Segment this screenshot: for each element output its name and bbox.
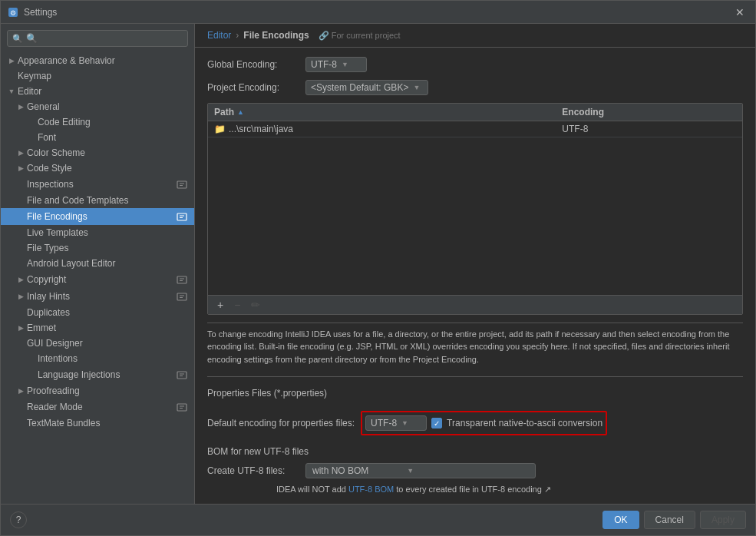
sidebar-item-label: Inlay Hints: [27, 291, 70, 302]
default-encoding-row: Default encoding for properties files: U…: [207, 411, 743, 435]
leaf-icon: [16, 419, 25, 428]
add-button[interactable]: +: [213, 297, 228, 313]
info-text: To change encoding IntelliJ IDEA uses fo…: [207, 323, 743, 366]
properties-encoding-dropdown[interactable]: UTF-8 ▼: [365, 415, 427, 431]
leaf-icon: [16, 228, 25, 237]
sidebar-item-label: File Types: [27, 243, 68, 253]
global-encoding-dropdown[interactable]: UTF-8 ▼: [305, 57, 367, 72]
table-toolbar: + − ✏: [208, 295, 742, 314]
dropdown-arrow-icon: ▼: [401, 419, 408, 427]
default-encoding-label: Default encoding for properties files:: [207, 418, 355, 428]
sidebar-item-proofreading[interactable]: Proofreading: [1, 383, 194, 399]
sidebar-item-copyright[interactable]: Copyright: [1, 271, 194, 288]
sidebar-item-duplicates[interactable]: Duplicates: [1, 305, 194, 320]
breadcrumb-current: File Encodings: [243, 30, 309, 41]
remove-button[interactable]: −: [229, 297, 245, 313]
sidebar-item-label: Editor: [18, 86, 41, 97]
bom-link[interactable]: UTF-8 BOM: [348, 485, 394, 494]
dropdown-arrow-icon: ▼: [407, 467, 414, 475]
sidebar-item-code-editing[interactable]: Code Editing: [1, 114, 194, 130]
cancel-button[interactable]: Cancel: [644, 511, 695, 529]
sidebar-item-keymap[interactable]: Keymap: [1, 68, 194, 84]
titlebar-title: Settings: [24, 7, 731, 18]
sidebar-item-label: TextMate Bundles: [27, 418, 100, 428]
collapse-arrow-icon: [16, 164, 25, 173]
sidebar-item-intentions[interactable]: Intentions: [1, 351, 194, 366]
table-body: 📁 ...\src\main\java UTF-8: [208, 121, 742, 295]
leaf-icon: [27, 117, 36, 127]
transparent-checkbox-row: Transparent native-to-ascii conversion: [431, 418, 602, 428]
leaf-icon: [16, 402, 25, 412]
svg-rect-8: [177, 276, 187, 283]
dropdown-arrow-icon: ▼: [413, 84, 420, 91]
help-button[interactable]: ?: [10, 511, 27, 528]
search-box[interactable]: 🔍: [7, 30, 188, 47]
path-label: Path: [214, 107, 234, 117]
encoding-value: UTF-8: [562, 124, 588, 134]
project-encoding-label: Project Encoding:: [207, 82, 299, 93]
leaf-icon: [16, 243, 25, 253]
sidebar-item-appearance[interactable]: Appearance & Behavior: [1, 53, 194, 68]
path-value: ...\src\main\java: [229, 124, 293, 134]
sidebar-item-label: Inspections: [27, 179, 74, 190]
svg-rect-14: [177, 372, 187, 379]
collapse-arrow-icon: [16, 386, 25, 395]
leaf-icon: [16, 212, 25, 221]
sidebar-item-label: Live Templates: [27, 227, 88, 238]
sidebar-item-emmet[interactable]: Emmet: [1, 320, 194, 336]
collapse-arrow-icon: [16, 102, 25, 111]
leaf-icon: [16, 180, 25, 189]
sidebar-item-file-types[interactable]: File Types: [1, 240, 194, 256]
sidebar-item-textmate-bundles[interactable]: TextMate Bundles: [1, 415, 194, 431]
path-cell: 📁 ...\src\main\java: [214, 124, 562, 134]
sidebar-item-inlay-hints[interactable]: Inlay Hints: [1, 288, 194, 305]
create-utf8-dropdown[interactable]: with NO BOM ▼: [305, 463, 536, 478]
sidebar-item-general[interactable]: General: [1, 99, 194, 114]
dialog-content: 🔍 Appearance & Behavior Keymap Editor: [1, 24, 755, 504]
sidebar-item-editor[interactable]: Editor: [1, 84, 194, 99]
main-panel: Editor › File Encodings 🔗 For current pr…: [195, 24, 755, 504]
sidebar-item-font[interactable]: Font: [1, 130, 194, 145]
leaf-icon: [27, 354, 36, 363]
encoding-transparent-group: UTF-8 ▼ Transparent native-to-ascii conv…: [361, 411, 607, 435]
table-row[interactable]: 📁 ...\src\main\java UTF-8: [208, 121, 742, 137]
apply-button[interactable]: Apply: [700, 511, 746, 529]
sidebar-item-code-style[interactable]: Code Style: [1, 160, 194, 176]
breadcrumb-parent[interactable]: Editor: [207, 30, 231, 41]
sidebar-item-language-injections[interactable]: Language Injections: [1, 366, 194, 383]
sidebar-item-label: General: [27, 101, 60, 112]
project-encoding-dropdown[interactable]: <System Default: GBK> ▼: [305, 80, 428, 95]
bom-info-text: IDEA will NOT add UTF-8 BOM to every cre…: [207, 485, 743, 495]
properties-section-title: Properties Files (*.properties): [207, 388, 743, 399]
properties-encoding-value: UTF-8: [371, 418, 397, 428]
sort-icon: ▲: [237, 108, 244, 116]
badge-icon: [176, 401, 188, 413]
encoding-column-header: Encoding: [562, 107, 736, 117]
search-input[interactable]: [26, 33, 183, 44]
sidebar-item-label: Code Style: [27, 163, 72, 174]
sidebar-item-android-layout[interactable]: Android Layout Editor: [1, 256, 194, 271]
sidebar-item-inspections[interactable]: Inspections: [1, 176, 194, 193]
sidebar-item-color-scheme[interactable]: Color Scheme: [1, 145, 194, 160]
close-button[interactable]: ✕: [731, 5, 749, 20]
svg-text:⚙: ⚙: [10, 9, 16, 17]
badge-icon: [176, 210, 188, 223]
sidebar: 🔍 Appearance & Behavior Keymap Editor: [1, 24, 195, 504]
sidebar-item-gui-designer[interactable]: GUI Designer: [1, 336, 194, 351]
sidebar-item-label: File Encodings: [27, 211, 87, 222]
edit-button[interactable]: ✏: [246, 297, 265, 313]
section-divider: [207, 376, 743, 377]
sidebar-item-live-templates[interactable]: Live Templates: [1, 225, 194, 240]
sidebar-item-file-encodings[interactable]: File Encodings: [1, 208, 194, 225]
sidebar-item-file-code-templates[interactable]: File and Code Templates: [1, 193, 194, 208]
leaf-icon: [16, 308, 25, 317]
sidebar-item-label: Font: [38, 132, 56, 143]
ok-button[interactable]: OK: [602, 511, 639, 529]
svg-rect-5: [177, 213, 187, 220]
transparent-checkbox[interactable]: [431, 418, 442, 428]
project-encoding-value: <System Default: GBK>: [311, 82, 408, 93]
sidebar-item-reader-mode[interactable]: Reader Mode: [1, 399, 194, 415]
leaf-icon: [16, 339, 25, 348]
encodings-table: Path ▲ Encoding 📁 ...\src\main\java: [207, 103, 743, 315]
for-project-link[interactable]: 🔗 For current project: [319, 31, 401, 41]
